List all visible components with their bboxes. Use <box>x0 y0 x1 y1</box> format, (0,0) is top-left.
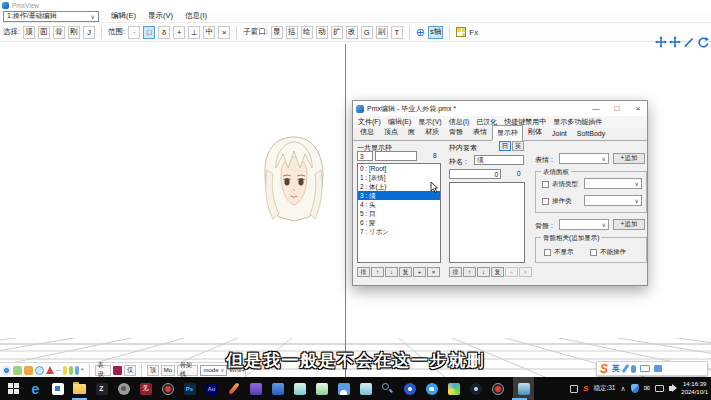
teal-avatar2-app[interactable] <box>359 377 372 400</box>
steam-app[interactable] <box>469 377 482 400</box>
bone-dropdown[interactable]: ∨ <box>559 219 609 230</box>
element-sort-button[interactable]: 排 <box>449 267 462 277</box>
lang-en-toggle[interactable]: 英 <box>512 141 524 151</box>
tab-vertex[interactable]: 顶点 <box>379 124 403 140</box>
frame-list-item-selected[interactable]: 3 : 须 <box>358 191 440 200</box>
toolbox-icon[interactable] <box>654 365 662 372</box>
taskbar-clock[interactable]: 14:16:39 2024/10/1 <box>681 381 708 396</box>
range-add-button[interactable]: + <box>173 26 185 39</box>
close-button[interactable]: × <box>629 101 647 116</box>
teal-avatar-app[interactable] <box>293 377 306 400</box>
element-listbox[interactable] <box>449 182 525 263</box>
audition-app[interactable]: Au <box>205 377 218 400</box>
edge-app[interactable]: e <box>29 377 42 400</box>
tray-sogou-icon[interactable]: S <box>583 384 588 393</box>
range-lasso-button[interactable]: δ <box>158 26 170 39</box>
ime-bar[interactable]: S 英 <box>596 361 708 376</box>
frame-name-value-input[interactable]: 须 <box>474 155 524 165</box>
subwindow-button-3[interactable]: 绘 <box>301 26 313 39</box>
globe-axis-icon[interactable]: ⊕ <box>416 27 425 38</box>
colorful-app[interactable] <box>447 377 460 400</box>
search-app[interactable] <box>381 377 394 400</box>
tray-app-icon-1[interactable] <box>570 385 578 393</box>
frame-list-item[interactable]: 2 : 体(上) <box>358 182 440 191</box>
menu-info[interactable]: 信息(I) <box>185 11 207 21</box>
frame-name-input[interactable] <box>375 151 417 161</box>
tab-info[interactable]: 信息 <box>355 124 379 140</box>
frame-list-item[interactable]: 0 : [Root] <box>358 164 440 173</box>
tray-expand-chevron[interactable]: ∧ <box>620 385 625 393</box>
photoshop-app[interactable]: Ps <box>183 377 196 400</box>
tab-joint[interactable]: Joint <box>547 127 572 140</box>
morph-panel-checkbox[interactable] <box>542 198 549 205</box>
z-app[interactable]: Z <box>95 377 108 400</box>
range-invert-button[interactable]: ⊥ <box>188 26 200 39</box>
mail-icon[interactable]: ✉ <box>644 384 651 393</box>
tab-display-frame[interactable]: 显示枠 <box>492 125 523 141</box>
element-down-button[interactable]: ↓ <box>477 267 490 277</box>
maximize-button[interactable]: □ <box>608 101 626 116</box>
bone-lock-checkbox[interactable] <box>590 249 597 256</box>
subwindow-button-8[interactable]: 副 <box>376 26 388 39</box>
frame-list-item[interactable]: 7 : リボン <box>358 227 440 236</box>
move-icon[interactable] <box>669 36 681 48</box>
speaker-icon[interactable] <box>669 386 673 391</box>
subwindow-button-9[interactable]: T <box>391 26 403 39</box>
defender-shield-icon[interactable] <box>631 384 639 393</box>
fx-button[interactable]: Fx <box>469 28 478 37</box>
morph-type-dropdown[interactable]: ∨ <box>584 178 642 189</box>
tab-face[interactable]: 面 <box>403 124 420 140</box>
pen-icon[interactable] <box>683 36 695 48</box>
tab-bone[interactable]: 骨骼 <box>444 124 468 140</box>
subwindow-button-6[interactable]: 改 <box>346 26 358 39</box>
select-joint-button[interactable]: J <box>83 26 95 39</box>
element-index-input[interactable]: 0 <box>449 169 501 179</box>
tab-material[interactable]: 材质 <box>420 124 444 140</box>
frame-up-button[interactable]: ↑ <box>371 267 384 277</box>
element-copy-button[interactable]: 复 <box>491 267 504 277</box>
lang-jp-toggle[interactable]: 日 <box>499 141 511 151</box>
bone-hide-checkbox[interactable] <box>544 249 551 256</box>
morph-panel-dropdown[interactable]: ∨ <box>584 195 642 206</box>
select-rigid-button[interactable]: 刚 <box>68 26 80 39</box>
camera-app[interactable] <box>117 377 130 400</box>
cat-app[interactable] <box>337 377 350 400</box>
select-face-button[interactable]: 面 <box>38 26 50 39</box>
frame-list-item[interactable]: 5 : 目 <box>358 209 440 218</box>
pen-icon[interactable] <box>622 364 630 373</box>
edit-mode-dropdown[interactable]: 1:操作/基础编辑 ∨ <box>3 11 99 22</box>
sogou-logo-icon[interactable]: S <box>600 363 608 375</box>
subwindow-button-4[interactable]: 动 <box>316 26 328 39</box>
store-app[interactable] <box>51 377 64 400</box>
mic-icon[interactable] <box>631 365 636 373</box>
menu-view[interactable]: 显示(V) <box>148 11 173 21</box>
frame-add-button[interactable]: + <box>413 267 426 277</box>
bone-add-button[interactable]: +追加 <box>613 219 645 230</box>
green-avatar-app[interactable] <box>315 377 328 400</box>
frame-list-item[interactable]: 4 : 头 <box>358 200 440 209</box>
explorer-app[interactable] <box>73 377 86 400</box>
tab-morph[interactable]: 表情 <box>468 124 492 140</box>
minimize-button[interactable]: — <box>587 101 605 116</box>
range-clear-button[interactable]: × <box>218 26 230 39</box>
pmx-editor-app-focused[interactable] <box>513 377 534 400</box>
morph-type-checkbox[interactable] <box>542 181 549 188</box>
blue-character-app[interactable] <box>271 377 284 400</box>
start-button[interactable] <box>7 377 20 400</box>
range-box-button[interactable]: □ <box>143 26 155 39</box>
frame-sort-button[interactable]: 排 <box>357 267 370 277</box>
player-app[interactable] <box>403 377 416 400</box>
frame-index-input[interactable]: 3 <box>357 151 373 161</box>
morph-add-button[interactable]: +追加 <box>613 153 645 164</box>
s-axis-button[interactable]: s轴 <box>428 26 443 39</box>
pan-icon[interactable] <box>655 36 667 48</box>
frame-delete-button[interactable]: × <box>427 267 440 277</box>
tab-rigid[interactable]: 刚体 <box>523 124 547 140</box>
range-center-button[interactable]: 中 <box>203 26 215 39</box>
tab-softbody[interactable]: SoftBody <box>572 127 610 140</box>
ime-mode-toggle[interactable]: 英 <box>612 363 620 374</box>
menu-edit[interactable]: 编辑(E) <box>111 11 136 21</box>
range-point-button[interactable]: · <box>128 26 140 39</box>
ime-indicator-icon[interactable] <box>655 385 664 392</box>
select-bone-button[interactable]: 骨 <box>53 26 65 39</box>
